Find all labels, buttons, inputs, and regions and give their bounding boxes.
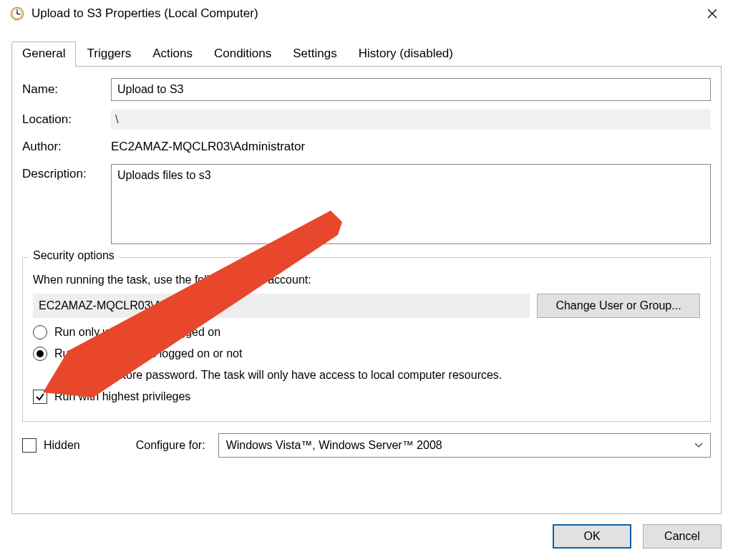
when-running-text: When running the task, use the following… — [33, 274, 700, 286]
radio-icon — [33, 325, 47, 339]
location-value: \ — [111, 110, 711, 130]
tab-actions-label: Actions — [152, 47, 193, 60]
tab-settings[interactable]: Settings — [282, 42, 347, 67]
checkbox-do-not-store-password[interactable]: Do not store password. The task will onl… — [59, 368, 700, 382]
do-not-store-label: Do not store password. The task will onl… — [80, 369, 502, 382]
dialog-buttons: OK Cancel — [0, 514, 733, 560]
name-input[interactable] — [111, 78, 711, 101]
svg-point-4 — [16, 13, 18, 14]
close-button[interactable] — [696, 2, 729, 25]
ok-button[interactable]: OK — [553, 524, 631, 549]
checkbox-icon-checked — [33, 390, 47, 404]
titlebar: Upload to S3 Properties (Local Computer) — [0, 0, 733, 27]
tab-settings-label: Settings — [293, 47, 336, 60]
tab-triggers-label: Triggers — [87, 47, 131, 60]
tabstrip: General Triggers Actions Conditions Sett… — [0, 27, 733, 67]
close-icon — [707, 9, 717, 19]
security-options-group: Security options When running the task, … — [22, 257, 711, 422]
footer-row: Hidden Configure for: Windows Vista™, Wi… — [22, 433, 711, 458]
author-value: EC2AMAZ-MQCLR03\Administrator — [111, 138, 711, 155]
checkbox-icon — [59, 368, 73, 382]
row-location: Location: \ — [22, 110, 711, 130]
tab-conditions-label: Conditions — [214, 47, 271, 60]
tab-conditions[interactable]: Conditions — [203, 42, 282, 67]
radio-run-only-logged-on[interactable]: Run only when user is logged on — [33, 325, 700, 339]
highest-priv-label: Run with highest privileges — [54, 390, 190, 403]
user-account-field: EC2AMAZ-MQCLR03\Administrator — [33, 294, 530, 318]
tab-general-label: General — [22, 47, 65, 60]
location-label: Location: — [22, 112, 111, 127]
name-label: Name: — [22, 82, 111, 97]
cancel-label: Cancel — [664, 530, 700, 543]
radio-run-whether-label: Run whether user is logged on or not — [54, 347, 242, 360]
configure-for-value: Windows Vista™, Windows Server™ 2008 — [226, 439, 442, 452]
tab-actions[interactable]: Actions — [142, 42, 203, 67]
account-row: EC2AMAZ-MQCLR03\Administrator Change Use… — [33, 294, 700, 318]
row-author: Author: EC2AMAZ-MQCLR03\Administrator — [22, 138, 711, 155]
dialog-window: Upload to S3 Properties (Local Computer)… — [0, 0, 733, 560]
checkbox-hidden[interactable]: Hidden — [22, 438, 80, 453]
window-title: Upload to S3 Properties (Local Computer) — [31, 6, 696, 21]
security-options-legend: Security options — [29, 249, 119, 262]
task-scheduler-icon — [10, 6, 24, 21]
tab-history-label: History (disabled) — [359, 47, 453, 60]
radio-run-whether[interactable]: Run whether user is logged on or not — [33, 347, 700, 361]
ok-label: OK — [583, 530, 600, 543]
description-input[interactable] — [111, 164, 711, 244]
radio-run-only-label: Run only when user is logged on — [54, 326, 220, 339]
checkbox-highest-privileges[interactable]: Run with highest privileges — [33, 390, 700, 404]
cancel-button[interactable]: Cancel — [643, 524, 722, 549]
hidden-label: Hidden — [44, 439, 80, 452]
change-user-button[interactable]: Change User or Group... — [537, 294, 700, 318]
tab-history[interactable]: History (disabled) — [348, 42, 464, 67]
row-description: Description: — [22, 164, 711, 247]
configure-for-label: Configure for: — [136, 439, 205, 452]
configure-for-select[interactable]: Windows Vista™, Windows Server™ 2008 — [218, 433, 711, 458]
tab-triggers[interactable]: Triggers — [76, 42, 142, 67]
description-label: Description: — [22, 164, 111, 181]
checkbox-icon — [22, 438, 37, 453]
author-label: Author: — [22, 140, 111, 154]
chevron-down-icon — [694, 440, 703, 450]
tab-general[interactable]: General — [11, 42, 76, 67]
row-name: Name: — [22, 78, 711, 101]
change-user-label: Change User or Group... — [555, 299, 681, 312]
tab-content-general: Name: Location: \ Author: EC2AMAZ-MQCLR0… — [11, 67, 722, 514]
radio-icon-selected — [33, 347, 47, 361]
